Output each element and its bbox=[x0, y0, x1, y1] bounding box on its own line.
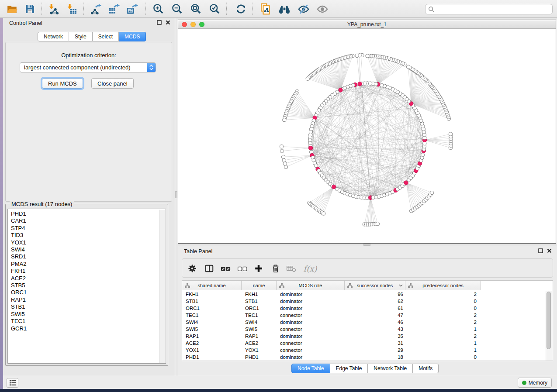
tab-style[interactable]: Style bbox=[69, 32, 93, 41]
table-scrollbar-thumb[interactable] bbox=[547, 292, 551, 349]
close-panel-button[interactable]: Close panel bbox=[91, 78, 134, 89]
export-network-icon bbox=[90, 3, 101, 15]
float-panel-icon[interactable] bbox=[538, 248, 543, 253]
mcds-result-item[interactable]: RAP1 bbox=[8, 296, 166, 303]
mcds-result-item[interactable]: PHD1 bbox=[8, 210, 166, 217]
export-table-button[interactable] bbox=[106, 2, 122, 16]
optimization-criterion-label: Optimization criterion: bbox=[6, 52, 172, 58]
zoom-selected-button[interactable] bbox=[207, 2, 222, 16]
table-settings-button[interactable] bbox=[186, 262, 199, 275]
eye-slash-icon bbox=[298, 3, 310, 15]
network-canvas[interactable] bbox=[178, 29, 556, 243]
mcds-result-item[interactable]: ORC1 bbox=[8, 289, 166, 296]
hide-selected-button[interactable] bbox=[296, 2, 311, 16]
mcds-result-item[interactable]: FKH1 bbox=[8, 268, 166, 275]
split-panes-icon bbox=[204, 264, 214, 273]
open-folder-icon bbox=[7, 3, 18, 15]
table-cell: 2 bbox=[182, 319, 477, 326]
float-panel-icon[interactable] bbox=[157, 20, 162, 25]
tab-node-table[interactable]: Node Table bbox=[291, 364, 330, 373]
zoom-fit-icon bbox=[190, 3, 202, 15]
search-box bbox=[425, 4, 553, 14]
table-row[interactable]: RAP1RAP1dominator352 bbox=[182, 333, 553, 340]
toggle-panes-button[interactable] bbox=[203, 262, 216, 275]
mcds-result-item[interactable]: TID3 bbox=[8, 232, 166, 239]
run-mcds-button[interactable]: Run MCDS bbox=[42, 78, 83, 89]
horizontal-splitter-handle[interactable] bbox=[363, 244, 370, 246]
tab-select[interactable]: Select bbox=[93, 32, 119, 41]
tab-network[interactable]: Network bbox=[38, 32, 69, 41]
mcds-result-item[interactable]: SWI5 bbox=[8, 311, 166, 318]
zoom-in-button[interactable] bbox=[150, 2, 166, 16]
first-neighbors-button[interactable] bbox=[277, 2, 292, 16]
table-row[interactable]: SWI5SWI5connector431 bbox=[182, 326, 553, 333]
mcds-result-item[interactable]: STP4 bbox=[8, 225, 166, 232]
table-row[interactable]: ACE2ACE2connector311 bbox=[182, 340, 553, 347]
optimization-select[interactable]: largest connected component (undirected) bbox=[20, 62, 156, 72]
mcds-result-item[interactable]: CAR1 bbox=[8, 217, 166, 224]
search-input[interactable] bbox=[436, 6, 550, 13]
export-image-button[interactable] bbox=[125, 2, 140, 16]
mcds-result-item[interactable]: YOX1 bbox=[8, 239, 166, 246]
main-toolbar bbox=[0, 0, 557, 18]
column-header-predecessor-nodes[interactable]: predecessor nodes bbox=[405, 281, 481, 290]
mcds-result-item[interactable]: SRD1 bbox=[8, 253, 166, 260]
refresh-view-button[interactable] bbox=[233, 2, 249, 16]
tab-edge-table[interactable]: Edge Table bbox=[330, 364, 368, 373]
mcds-result-item[interactable]: PMA2 bbox=[8, 261, 166, 268]
control-panel: Control Panel NetworkStyleSelectMCDS Opt… bbox=[3, 18, 175, 376]
table-row[interactable]: FKH1FKH1dominator962 bbox=[182, 291, 553, 298]
tab-motifs[interactable]: Motifs bbox=[413, 364, 439, 373]
deselect-all-button[interactable] bbox=[236, 262, 249, 275]
mcds-result-item[interactable]: STB1 bbox=[8, 303, 166, 310]
zoom-out-button[interactable] bbox=[169, 2, 185, 16]
table-cell: 0 bbox=[182, 354, 477, 361]
mcds-result-item[interactable]: TEC1 bbox=[8, 318, 166, 325]
column-header-name[interactable]: name bbox=[242, 281, 277, 290]
add-column-button[interactable] bbox=[252, 262, 265, 275]
save-session-button[interactable] bbox=[22, 2, 38, 16]
select-all-button[interactable] bbox=[219, 262, 232, 275]
show-all-button[interactable] bbox=[315, 2, 330, 16]
column-header-MCDS-role[interactable]: MCDS role bbox=[277, 281, 345, 290]
mcds-result-item[interactable]: SWI4 bbox=[8, 246, 166, 253]
control-panel-title: Control Panel bbox=[9, 20, 42, 26]
fx-icon: f(x) bbox=[304, 264, 317, 273]
mcds-result-item[interactable]: ACE2 bbox=[8, 275, 166, 282]
column-header-shared-name[interactable]: shared name bbox=[182, 281, 242, 290]
vertical-splitter-handle[interactable] bbox=[175, 191, 177, 198]
table-cell: 0 bbox=[182, 298, 477, 305]
mcds-options-panel: Optimization criterion: largest connecte… bbox=[5, 42, 172, 202]
function-builder-button[interactable]: f(x) bbox=[301, 262, 319, 275]
table-row[interactable]: SWI4SWI4dominator462 bbox=[182, 319, 553, 326]
table-row[interactable]: YOX1YOX1connector291 bbox=[182, 347, 553, 354]
table-row[interactable]: PHD1PHD1dominator180 bbox=[182, 354, 553, 361]
mcds-list-scrollbar[interactable] bbox=[159, 210, 165, 364]
zoom-fit-button[interactable] bbox=[188, 2, 204, 16]
table-row[interactable]: TEC1TEC1connector472 bbox=[182, 312, 553, 319]
toolbar-separator bbox=[42, 3, 42, 15]
memory-button[interactable]: Memory bbox=[518, 378, 552, 388]
new-network-from-selection-button[interactable] bbox=[257, 2, 273, 16]
column-header-successor-nodes[interactable]: successor nodes bbox=[345, 281, 405, 290]
mcds-result-item[interactable]: GCR1 bbox=[8, 325, 166, 332]
export-network-button[interactable] bbox=[88, 2, 104, 16]
close-panel-icon[interactable] bbox=[166, 20, 170, 25]
mcds-result-item[interactable]: STB5 bbox=[8, 282, 166, 289]
table-row[interactable]: STB1STB1dominator620 bbox=[182, 298, 553, 305]
import-table-button[interactable] bbox=[64, 2, 80, 16]
close-panel-icon[interactable] bbox=[547, 248, 552, 253]
table-panel-title: Table Panel bbox=[184, 248, 212, 254]
mcds-result-list[interactable]: PHD1CAR1STP4TID3YOX1SWI4SRD1PMA2FKH1ACE2… bbox=[7, 209, 166, 364]
delete-table-button[interactable] bbox=[285, 262, 298, 275]
table-toolbar: f(x) bbox=[182, 258, 553, 278]
task-history-button[interactable] bbox=[7, 378, 18, 388]
trash-icon bbox=[271, 264, 280, 273]
delete-column-button[interactable] bbox=[269, 262, 282, 275]
table-row[interactable]: ORC1ORC1dominator610 bbox=[182, 305, 553, 312]
table-scrollbar[interactable] bbox=[546, 291, 552, 361]
tab-mcds[interactable]: MCDS bbox=[119, 32, 146, 41]
tab-network-table[interactable]: Network Table bbox=[368, 364, 413, 373]
import-network-button[interactable] bbox=[45, 2, 61, 16]
open-file-button[interactable] bbox=[4, 2, 20, 16]
